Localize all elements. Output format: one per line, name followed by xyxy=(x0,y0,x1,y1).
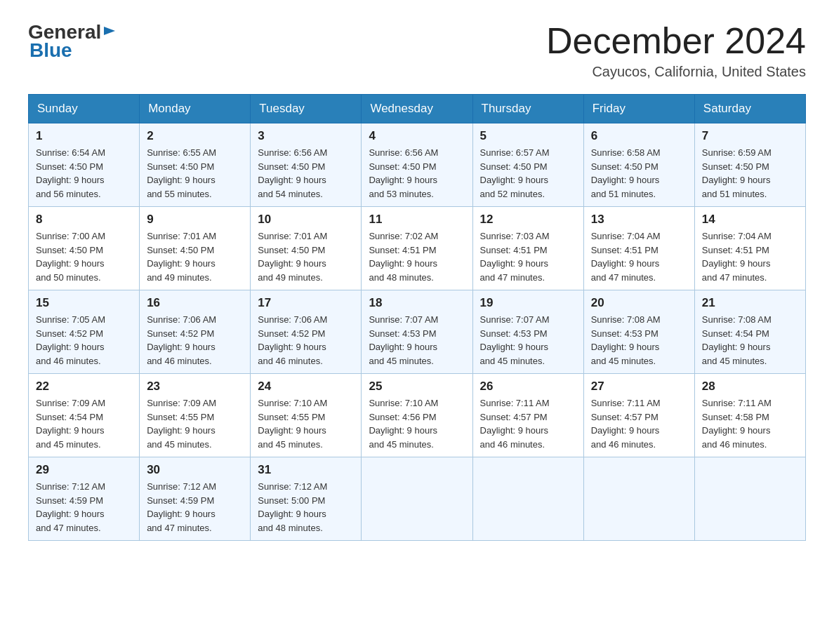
header-friday: Friday xyxy=(583,95,694,123)
header-tuesday: Tuesday xyxy=(251,95,362,123)
table-row: 11 Sunrise: 7:02 AM Sunset: 4:51 PM Dayl… xyxy=(362,207,472,290)
table-row: 22 Sunrise: 7:09 AM Sunset: 4:54 PM Dayl… xyxy=(29,374,140,457)
table-row: 25 Sunrise: 7:10 AM Sunset: 4:56 PM Dayl… xyxy=(362,374,472,457)
day-number: 5 xyxy=(480,129,576,143)
table-row: 5 Sunrise: 6:57 AM Sunset: 4:50 PM Dayli… xyxy=(472,123,583,207)
day-number: 20 xyxy=(591,296,687,310)
day-info: Sunrise: 6:56 AM Sunset: 4:50 PM Dayligh… xyxy=(369,146,465,201)
table-row: 31 Sunrise: 7:12 AM Sunset: 5:00 PM Dayl… xyxy=(251,457,362,541)
header-monday: Monday xyxy=(140,95,251,123)
day-number: 13 xyxy=(591,213,687,227)
table-row xyxy=(694,457,805,541)
title-area: December 2024 Cayucos, California, Unite… xyxy=(546,21,806,80)
day-number: 19 xyxy=(480,296,576,310)
day-number: 6 xyxy=(591,129,687,143)
day-info: Sunrise: 7:09 AM Sunset: 4:55 PM Dayligh… xyxy=(147,396,243,451)
month-title: December 2024 xyxy=(546,21,806,61)
logo-blue-text: Blue xyxy=(28,39,117,62)
day-number: 11 xyxy=(369,213,465,227)
table-row: 6 Sunrise: 6:58 AM Sunset: 4:50 PM Dayli… xyxy=(583,123,694,207)
table-row xyxy=(362,457,472,541)
day-info: Sunrise: 7:06 AM Sunset: 4:52 PM Dayligh… xyxy=(147,313,243,368)
table-row: 14 Sunrise: 7:04 AM Sunset: 4:51 PM Dayl… xyxy=(694,207,805,290)
day-info: Sunrise: 7:04 AM Sunset: 4:51 PM Dayligh… xyxy=(591,229,687,284)
day-info: Sunrise: 7:10 AM Sunset: 4:56 PM Dayligh… xyxy=(369,396,465,451)
table-row: 16 Sunrise: 7:06 AM Sunset: 4:52 PM Dayl… xyxy=(140,290,251,374)
day-number: 16 xyxy=(147,296,243,310)
calendar-week-row: 22 Sunrise: 7:09 AM Sunset: 4:54 PM Dayl… xyxy=(29,374,806,457)
day-number: 14 xyxy=(702,213,798,227)
table-row: 4 Sunrise: 6:56 AM Sunset: 4:50 PM Dayli… xyxy=(362,123,472,207)
day-number: 17 xyxy=(258,296,354,310)
header-saturday: Saturday xyxy=(694,95,805,123)
table-row: 21 Sunrise: 7:08 AM Sunset: 4:54 PM Dayl… xyxy=(694,290,805,374)
table-row: 20 Sunrise: 7:08 AM Sunset: 4:53 PM Dayl… xyxy=(583,290,694,374)
day-number: 18 xyxy=(369,296,465,310)
day-info: Sunrise: 7:08 AM Sunset: 4:53 PM Dayligh… xyxy=(591,313,687,368)
table-row: 9 Sunrise: 7:01 AM Sunset: 4:50 PM Dayli… xyxy=(140,207,251,290)
calendar-week-row: 1 Sunrise: 6:54 AM Sunset: 4:50 PM Dayli… xyxy=(29,123,806,207)
table-row: 24 Sunrise: 7:10 AM Sunset: 4:55 PM Dayl… xyxy=(251,374,362,457)
table-row: 13 Sunrise: 7:04 AM Sunset: 4:51 PM Dayl… xyxy=(583,207,694,290)
day-info: Sunrise: 7:04 AM Sunset: 4:51 PM Dayligh… xyxy=(702,229,798,284)
day-info: Sunrise: 7:01 AM Sunset: 4:50 PM Dayligh… xyxy=(258,229,354,284)
header-row: Sunday Monday Tuesday Wednesday Thursday… xyxy=(29,95,806,123)
day-number: 22 xyxy=(36,380,132,394)
day-info: Sunrise: 7:03 AM Sunset: 4:51 PM Dayligh… xyxy=(480,229,576,284)
table-row: 1 Sunrise: 6:54 AM Sunset: 4:50 PM Dayli… xyxy=(29,123,140,207)
day-number: 28 xyxy=(702,380,798,394)
day-number: 31 xyxy=(258,463,354,477)
day-info: Sunrise: 7:00 AM Sunset: 4:50 PM Dayligh… xyxy=(36,229,132,284)
day-info: Sunrise: 7:09 AM Sunset: 4:54 PM Dayligh… xyxy=(36,396,132,451)
day-info: Sunrise: 7:07 AM Sunset: 4:53 PM Dayligh… xyxy=(480,313,576,368)
day-number: 27 xyxy=(591,380,687,394)
table-row: 30 Sunrise: 7:12 AM Sunset: 4:59 PM Dayl… xyxy=(140,457,251,541)
table-row: 2 Sunrise: 6:55 AM Sunset: 4:50 PM Dayli… xyxy=(140,123,251,207)
table-row: 15 Sunrise: 7:05 AM Sunset: 4:52 PM Dayl… xyxy=(29,290,140,374)
logo: General Blue xyxy=(28,21,117,62)
day-info: Sunrise: 7:01 AM Sunset: 4:50 PM Dayligh… xyxy=(147,229,243,284)
calendar-week-row: 15 Sunrise: 7:05 AM Sunset: 4:52 PM Dayl… xyxy=(29,290,806,374)
day-number: 1 xyxy=(36,129,132,143)
day-info: Sunrise: 7:05 AM Sunset: 4:52 PM Dayligh… xyxy=(36,313,132,368)
day-info: Sunrise: 7:12 AM Sunset: 4:59 PM Dayligh… xyxy=(147,480,243,535)
page-header: General Blue December 2024 Cayucos, Cali… xyxy=(28,21,806,80)
day-info: Sunrise: 7:11 AM Sunset: 4:57 PM Dayligh… xyxy=(480,396,576,451)
table-row xyxy=(472,457,583,541)
table-row xyxy=(583,457,694,541)
day-info: Sunrise: 7:12 AM Sunset: 5:00 PM Dayligh… xyxy=(258,480,354,535)
day-number: 4 xyxy=(369,129,465,143)
day-number: 23 xyxy=(147,380,243,394)
day-number: 10 xyxy=(258,213,354,227)
day-info: Sunrise: 7:12 AM Sunset: 4:59 PM Dayligh… xyxy=(36,480,132,535)
header-thursday: Thursday xyxy=(472,95,583,123)
table-row: 29 Sunrise: 7:12 AM Sunset: 4:59 PM Dayl… xyxy=(29,457,140,541)
table-row: 18 Sunrise: 7:07 AM Sunset: 4:53 PM Dayl… xyxy=(362,290,472,374)
day-number: 9 xyxy=(147,213,243,227)
day-info: Sunrise: 6:54 AM Sunset: 4:50 PM Dayligh… xyxy=(36,146,132,201)
header-sunday: Sunday xyxy=(29,95,140,123)
day-number: 8 xyxy=(36,213,132,227)
location-subtitle: Cayucos, California, United States xyxy=(546,64,806,80)
day-number: 21 xyxy=(702,296,798,310)
table-row: 8 Sunrise: 7:00 AM Sunset: 4:50 PM Dayli… xyxy=(29,207,140,290)
day-number: 12 xyxy=(480,213,576,227)
table-row: 7 Sunrise: 6:59 AM Sunset: 4:50 PM Dayli… xyxy=(694,123,805,207)
day-info: Sunrise: 7:02 AM Sunset: 4:51 PM Dayligh… xyxy=(369,229,465,284)
day-number: 7 xyxy=(702,129,798,143)
header-wednesday: Wednesday xyxy=(362,95,472,123)
table-row: 12 Sunrise: 7:03 AM Sunset: 4:51 PM Dayl… xyxy=(472,207,583,290)
day-number: 26 xyxy=(480,380,576,394)
logo-arrow-icon xyxy=(102,24,117,38)
day-info: Sunrise: 7:08 AM Sunset: 4:54 PM Dayligh… xyxy=(702,313,798,368)
day-info: Sunrise: 6:55 AM Sunset: 4:50 PM Dayligh… xyxy=(147,146,243,201)
day-info: Sunrise: 7:11 AM Sunset: 4:57 PM Dayligh… xyxy=(591,396,687,451)
table-row: 10 Sunrise: 7:01 AM Sunset: 4:50 PM Dayl… xyxy=(251,207,362,290)
table-row: 19 Sunrise: 7:07 AM Sunset: 4:53 PM Dayl… xyxy=(472,290,583,374)
table-row: 23 Sunrise: 7:09 AM Sunset: 4:55 PM Dayl… xyxy=(140,374,251,457)
day-number: 25 xyxy=(369,380,465,394)
svg-marker-0 xyxy=(104,27,115,35)
day-number: 29 xyxy=(36,463,132,477)
calendar-table: Sunday Monday Tuesday Wednesday Thursday… xyxy=(28,94,806,541)
table-row: 28 Sunrise: 7:11 AM Sunset: 4:58 PM Dayl… xyxy=(694,374,805,457)
